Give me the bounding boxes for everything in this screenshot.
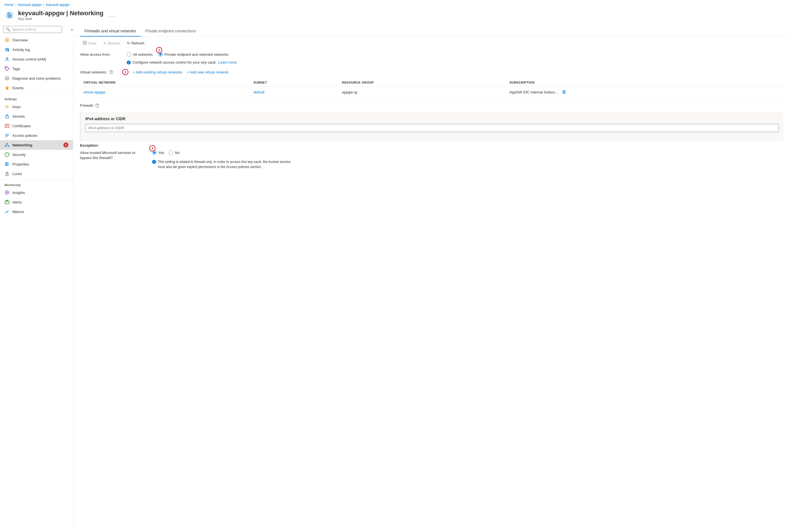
discard-button[interactable]: ✕ Discard [100, 40, 123, 47]
sidebar-item-keys[interactable]: Keys [0, 102, 73, 112]
sidebar-label-networking: Networking [13, 143, 32, 147]
sidebar-label-certificates: Certificates [13, 124, 31, 128]
exception-yes-radio[interactable]: 4 Yes [152, 150, 164, 155]
sidebar-item-overview[interactable]: Overview [0, 35, 73, 45]
step-badge-3: 3 [122, 69, 128, 75]
sidebar-item-access-policies[interactable]: Access policies [0, 131, 73, 140]
sidebar-label-properties: Properties [13, 162, 29, 166]
resource-group-cell: appgw-rg [338, 87, 506, 98]
svg-point-8 [8, 50, 9, 52]
vnet-link[interactable]: virtnet-appgw [84, 90, 105, 94]
sidebar-item-insights[interactable]: Insights [0, 188, 73, 197]
metrics-icon [4, 209, 10, 214]
sidebar-item-events[interactable]: Events [0, 83, 73, 93]
exception-no-radio[interactable]: No [169, 150, 180, 155]
save-button[interactable]: Save [80, 39, 99, 47]
page-subtitle: Key vault [18, 17, 103, 21]
search-box[interactable]: 🔍 [3, 26, 62, 33]
exception-row: Allow trusted Microsoft services to bypa… [80, 150, 783, 169]
ipv4-title: IPv4 address or CIDR [85, 116, 779, 121]
exception-info-icon: i [152, 160, 156, 164]
search-container: 🔍 « [0, 24, 73, 35]
sidebar-item-security[interactable]: Security [0, 150, 73, 159]
sidebar-item-metrics[interactable]: Metrics [0, 207, 73, 216]
collapse-sidebar-button[interactable]: « [71, 27, 73, 32]
firewall-label-text: Firewall: [80, 103, 93, 108]
firewall-help-icon[interactable]: ? [95, 103, 99, 108]
svg-point-13 [5, 106, 7, 108]
col-subscription: SUBSCRIPTION [506, 78, 783, 87]
svg-point-32 [6, 192, 7, 193]
ipv4-input[interactable] [85, 124, 779, 132]
sidebar-label-diagnose: Diagnose and solve problems [13, 76, 60, 80]
sidebar-item-locks[interactable]: Locks [0, 169, 73, 178]
exception-section: Exception: Allow trusted Microsoft servi… [80, 143, 783, 169]
tab-private-endpoints[interactable]: Private endpoint connections [141, 26, 201, 37]
add-existing-vnet-link[interactable]: + Add existing virtual networks [133, 70, 182, 74]
activity-log-icon [4, 47, 10, 52]
search-input[interactable] [12, 27, 59, 32]
breadcrumb-home[interactable]: Home [4, 3, 14, 7]
properties-icon [4, 162, 10, 167]
more-options-button[interactable]: ... [109, 13, 115, 18]
sidebar-item-secrets[interactable]: Secrets [0, 112, 73, 121]
networking-icon [4, 142, 10, 148]
vnet-help-icon[interactable]: ? [109, 70, 113, 74]
col-subnet: SUBNET [250, 78, 338, 87]
radio-all-networks[interactable]: All networks [127, 52, 153, 57]
main-content: Firewalls and virtual networks Private e… [73, 24, 790, 528]
delete-row-button[interactable]: 🗑 [562, 90, 566, 94]
locks-icon [4, 171, 10, 176]
sidebar-item-tags[interactable]: Tags [0, 64, 73, 74]
tab-bar: Firewalls and virtual networks Private e… [73, 26, 790, 37]
exception-controls: 4 Yes No i [152, 150, 293, 169]
radio-private-endpoint[interactable]: 2 Private endpoint and selected networks [158, 52, 228, 57]
sidebar-item-alerts[interactable]: Alerts [0, 197, 73, 207]
save-label: Save [88, 41, 97, 45]
sidebar-item-networking[interactable]: Networking 1 [0, 140, 73, 150]
sidebar-item-access-control[interactable]: Access control (IAM) [0, 54, 73, 64]
sidebar-label-security: Security [13, 153, 25, 157]
svg-rect-17 [5, 124, 9, 128]
step-badge-4: 4 [149, 145, 155, 151]
exception-label: Exception: [80, 143, 783, 148]
sidebar-label-activity-log: Activity log [13, 48, 30, 52]
svg-rect-5 [5, 48, 9, 49]
keys-icon [4, 104, 10, 109]
sidebar-label-access-control: Access control (IAM) [13, 57, 46, 61]
add-new-vnet-link[interactable]: + Add new virtual network [187, 70, 229, 74]
tab-firewalls[interactable]: Firewalls and virtual networks [80, 26, 141, 37]
overview-icon [4, 37, 10, 42]
svg-rect-34 [6, 200, 8, 201]
subscription-cell: AppGW IDC Internal Subscr... 🗑 [506, 87, 783, 98]
col-resource-group: RESOURCE GROUP [338, 78, 506, 87]
info-row: i Configure network access control for y… [127, 60, 783, 64]
refresh-button[interactable]: ↻ Refresh [124, 40, 147, 47]
svg-point-4 [6, 39, 8, 41]
save-icon [83, 41, 87, 45]
breadcrumb-parent[interactable]: keyvault-appgw [18, 3, 41, 7]
svg-rect-30 [6, 174, 8, 176]
breadcrumb-current[interactable]: keyvault-appgw [46, 3, 69, 7]
svg-rect-28 [5, 163, 6, 166]
sidebar-item-certificates[interactable]: Certificates [0, 121, 73, 131]
sidebar-item-activity-log[interactable]: Activity log [0, 45, 73, 54]
svg-rect-37 [84, 43, 86, 44]
alerts-icon [4, 200, 10, 205]
sidebar-label-events: Events [13, 86, 24, 90]
events-icon [4, 85, 10, 90]
sidebar-item-properties[interactable]: Properties [0, 159, 73, 169]
sidebar-label-secrets: Secrets [13, 114, 25, 118]
svg-point-25 [8, 146, 9, 147]
radio-all-networks-outer [127, 52, 131, 57]
page-title: keyvault-appgw | Networking [18, 10, 103, 17]
vnet-actions: 3 + Add existing virtual networks + Add … [122, 69, 229, 75]
svg-point-23 [6, 143, 7, 145]
page-header-text: keyvault-appgw | Networking Key vault [18, 10, 103, 21]
sidebar-item-diagnose[interactable]: Diagnose and solve problems [0, 74, 73, 83]
virtual-networks-header: Virtual networks: ? 3 + Add existing vir… [80, 69, 783, 75]
networking-badge: 1 [63, 142, 69, 148]
page-header: keyvault-appgw | Networking Key vault ..… [0, 8, 790, 24]
learn-more-link[interactable]: Learn more [218, 60, 237, 64]
subnet-link[interactable]: default [254, 90, 264, 94]
